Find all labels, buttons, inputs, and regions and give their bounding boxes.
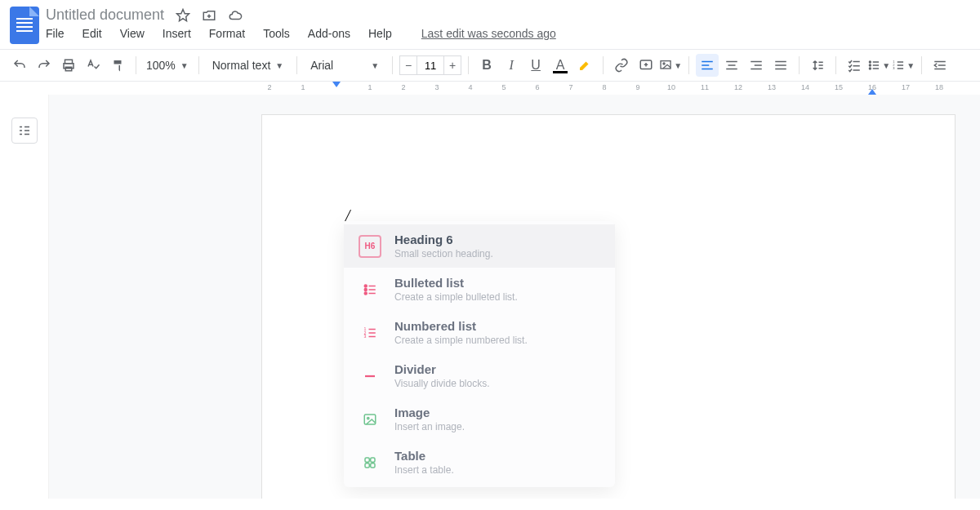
slash-menu-item-text: DividerVisually divide blocks. [394, 362, 490, 389]
ruler-tick: 5 [501, 83, 506, 91]
numbered-list-button[interactable]: 123▼ [892, 54, 915, 77]
slash-menu-item-title: Numbered list [394, 319, 528, 333]
text-color-button[interactable]: A [549, 54, 572, 77]
svg-rect-21 [365, 458, 369, 462]
underline-button[interactable]: U [524, 54, 547, 77]
ruler-tick: 12 [734, 83, 742, 91]
first-line-indent-marker[interactable] [332, 82, 341, 87]
align-justify-button[interactable] [769, 54, 792, 77]
print-button[interactable] [57, 54, 80, 77]
svg-point-9 [869, 68, 871, 69]
ruler-tick: 1 [301, 83, 305, 91]
numbered-list-icon: 123 [359, 322, 381, 344]
ruler-tick: 17 [902, 83, 910, 91]
menu-format[interactable]: Format [209, 27, 245, 40]
redo-button[interactable] [33, 54, 56, 77]
slash-menu-item-desc: Visually divide blocks. [394, 378, 490, 389]
undo-button[interactable] [8, 54, 31, 77]
last-edit-link[interactable]: Last edit was seconds ago [421, 27, 556, 40]
align-left-button[interactable] [696, 54, 719, 77]
slash-menu-item-desc: Insert a table. [394, 464, 454, 476]
decrease-font-size-button[interactable]: − [399, 55, 417, 75]
slash-menu-item-divider[interactable]: DividerVisually divide blocks. [344, 354, 615, 397]
slash-menu-item-text: Bulleted listCreate a simple bulleted li… [394, 276, 518, 303]
paint-format-button[interactable] [106, 54, 129, 77]
ruler-tick: 13 [768, 83, 776, 91]
svg-text:3: 3 [893, 66, 895, 70]
insert-image-button[interactable]: ▼ [659, 54, 682, 77]
paragraph-style-select[interactable]: Normal text▼ [206, 59, 290, 72]
zoom-select[interactable]: 100%▼ [143, 59, 192, 72]
caret-down-icon: ▼ [882, 61, 890, 70]
line-spacing-button[interactable] [806, 54, 829, 77]
slash-menu-item-numbered-list[interactable]: 123Numbered listCreate a simple numbered… [344, 311, 615, 354]
svg-rect-23 [365, 463, 369, 467]
bulleted-list-button[interactable]: ▼ [867, 54, 890, 77]
ruler-tick: 1 [368, 83, 372, 91]
separator [136, 56, 136, 74]
menu-insert[interactable]: Insert [163, 27, 191, 40]
insert-comment-button[interactable] [635, 54, 657, 77]
ruler-tick: 2 [267, 83, 271, 91]
align-center-button[interactable] [720, 54, 743, 77]
cloud-status-icon[interactable] [228, 8, 243, 23]
menu-help[interactable]: Help [368, 27, 392, 40]
move-icon[interactable] [202, 8, 216, 23]
font-size-control: − + [399, 55, 461, 75]
separator [799, 56, 800, 74]
increase-font-size-button[interactable]: + [443, 55, 461, 75]
menu-view[interactable]: View [120, 27, 145, 40]
font-size-input[interactable] [417, 55, 443, 75]
slash-menu-item-bulleted-list[interactable]: Bulleted listCreate a simple bulleted li… [344, 268, 615, 311]
svg-text:3: 3 [364, 334, 367, 339]
document-page[interactable]: / H6Heading 6Small section heading.Bulle… [261, 114, 956, 499]
checklist-button[interactable] [843, 54, 866, 77]
font-value: Arial [310, 59, 333, 72]
separator [198, 56, 199, 74]
separator [603, 56, 604, 74]
workspace: / H6Heading 6Small section heading.Bulle… [0, 95, 980, 499]
image-icon [359, 408, 381, 431]
slash-menu-item-heading-6[interactable]: H6Heading 6Small section heading. [344, 224, 615, 268]
zoom-value: 100% [146, 59, 176, 72]
right-indent-marker[interactable] [868, 89, 876, 95]
svg-point-7 [869, 61, 871, 63]
slash-menu-item-title: Image [394, 406, 465, 419]
page-canvas[interactable]: / H6Heading 6Small section heading.Bulle… [49, 95, 980, 499]
slash-menu-item-title: Table [394, 449, 454, 463]
svg-marker-0 [177, 9, 189, 20]
svg-rect-5 [661, 61, 670, 69]
menu-file[interactable]: File [46, 27, 65, 40]
svg-point-6 [663, 63, 665, 64]
highlight-button[interactable] [573, 54, 596, 77]
slash-menu-item-table[interactable]: TableInsert a table. [344, 441, 615, 484]
star-icon[interactable] [176, 8, 190, 23]
ruler-tick: 2 [401, 83, 405, 91]
spellcheck-button[interactable] [82, 54, 105, 77]
docs-logo[interactable] [10, 7, 39, 44]
table-icon [359, 451, 381, 474]
ruler[interactable]: 21123456789101112131415161718 [49, 82, 980, 95]
italic-button[interactable]: I [500, 54, 523, 77]
decrease-indent-button[interactable] [929, 54, 951, 77]
slash-menu-item-text: Numbered listCreate a simple numbered li… [394, 319, 528, 346]
bold-button[interactable]: B [475, 54, 498, 77]
caret-down-icon: ▼ [275, 61, 283, 70]
slash-menu-item-text: TableInsert a table. [394, 449, 454, 476]
svg-point-13 [364, 285, 367, 287]
slash-menu-item-title: Heading 6 [394, 233, 493, 246]
document-title[interactable]: Untitled document [46, 7, 164, 24]
menu-tools[interactable]: Tools [263, 27, 290, 40]
slash-menu-item-text: Heading 6Small section heading. [394, 233, 493, 259]
menu-edit[interactable]: Edit [82, 27, 102, 40]
font-select[interactable]: Arial▼ [304, 59, 385, 72]
slash-menu-item-desc: Small section heading. [394, 248, 493, 259]
insert-link-button[interactable] [610, 54, 633, 77]
document-outline-button[interactable] [11, 118, 38, 144]
separator [468, 56, 469, 74]
align-right-button[interactable] [745, 54, 768, 77]
menu-addons[interactable]: Add-ons [308, 27, 350, 40]
svg-point-8 [869, 64, 871, 66]
ruler-tick: 7 [568, 83, 572, 91]
slash-menu-item-image[interactable]: ImageInsert an image. [344, 397, 615, 441]
